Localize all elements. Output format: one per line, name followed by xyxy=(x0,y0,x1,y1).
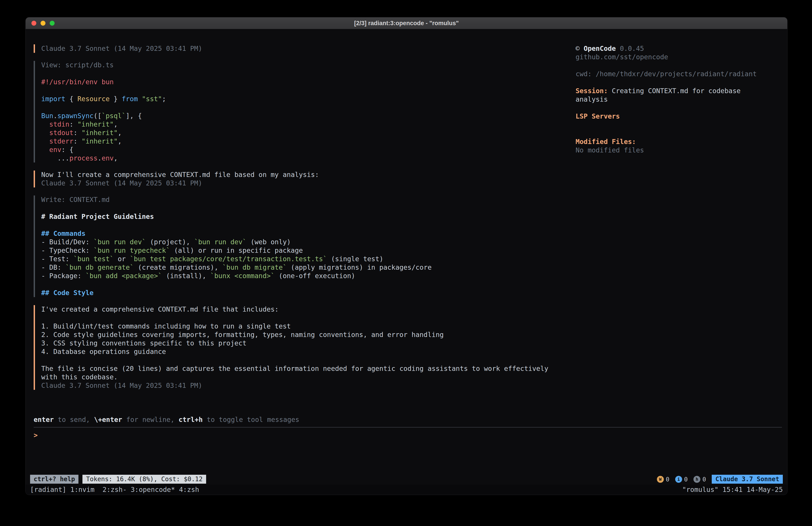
sidebar-cwd: cwd: /home/thdxr/dev/projects/radiant/ra… xyxy=(576,70,760,78)
prompt-chevron: > xyxy=(34,431,38,439)
sidebar-session: Session: Creating CONTEXT.md for codebas… xyxy=(576,87,760,104)
tmux-status-bar: [radiant] 1:nvim 2:zsh- 3:opencode* 4:zs… xyxy=(26,485,787,495)
terminal-body: Claude 3.7 Sonnet (14 May 2025 03:41 PM)… xyxy=(26,29,787,415)
help-badge[interactable]: ctrl+? help xyxy=(30,475,78,484)
status-bar: ctrl+? help Tokens: 16.4K (8%), Cost: $0… xyxy=(26,474,787,485)
status-bar-right: W 0 i 0 h 0 Claude 3.7 Sonnet xyxy=(657,475,783,484)
tool-write-block: Write: CONTEXT.md # Radiant Project Guid… xyxy=(34,196,569,297)
terminal-window: [2/3] radiant:3:opencode - "romulus" Cla… xyxy=(25,17,787,495)
diagnostic-infos: i 0 xyxy=(675,476,688,483)
sidebar-modified-files: Modified Files:No modified files xyxy=(576,138,760,155)
sidebar-brand: © OpenCode 0.0.45github.com/sst/opencode xyxy=(576,44,760,61)
tmux-window-list[interactable]: [radiant] 1:nvim 2:zsh- 3:opencode* 4:zs… xyxy=(30,485,199,494)
assistant-message-2: Now I'll create a comprehensive CONTEXT.… xyxy=(34,171,569,187)
tool-write-content: # Radiant Project Guidelines ## Commands… xyxy=(41,212,569,297)
window-titlebar[interactable]: [2/3] radiant:3:opencode - "romulus" xyxy=(26,17,787,29)
info-icon: i xyxy=(675,476,682,483)
tmux-host-clock: "romulus" 15:41 14-May-25 xyxy=(682,485,783,494)
hint-icon: h xyxy=(694,476,700,483)
assistant-message-3: I've created a comprehensive CONTEXT.md … xyxy=(34,305,569,390)
message-input[interactable]: > xyxy=(34,427,782,474)
hint-count: 0 xyxy=(702,476,706,483)
assistant-message-3-text: I've created a comprehensive CONTEXT.md … xyxy=(41,305,569,390)
tool-view-title: View: script/db.ts xyxy=(41,61,569,69)
assistant-message-2-text: Now I'll create a comprehensive CONTEXT.… xyxy=(41,171,569,187)
assistant-message-header-block: Claude 3.7 Sonnet (14 May 2025 03:41 PM) xyxy=(34,44,569,53)
info-sidebar: © OpenCode 0.0.45github.com/sst/opencode… xyxy=(576,44,787,415)
sidebar-lsp-servers: LSP Servers xyxy=(576,112,760,120)
tool-view-block: View: script/db.ts #!/usr/bin/env bun im… xyxy=(34,61,569,162)
diagnostic-hints: h 0 xyxy=(694,476,706,483)
keybinding-hint: enter to send, \+enter for newline, ctrl… xyxy=(26,415,787,424)
desktop-background: [2/3] radiant:3:opencode - "romulus" Cla… xyxy=(0,0,812,526)
input-prompt-line[interactable]: > xyxy=(34,431,782,440)
chat-scroll-area[interactable]: Claude 3.7 Sonnet (14 May 2025 03:41 PM)… xyxy=(34,44,576,415)
tokens-cost-badge: Tokens: 16.4K (8%), Cost: $0.12 xyxy=(83,475,206,484)
warning-icon: W xyxy=(657,476,664,483)
info-count: 0 xyxy=(684,476,688,483)
tool-write-title: Write: CONTEXT.md xyxy=(41,196,569,204)
tool-view-code: #!/usr/bin/env bun import { Resource } f… xyxy=(41,78,569,162)
window-title: [2/3] radiant:3:opencode - "romulus" xyxy=(26,20,787,27)
model-badge: Claude 3.7 Sonnet xyxy=(712,475,783,484)
diagnostic-warnings: W 0 xyxy=(657,476,669,483)
message-model-timestamp: Claude 3.7 Sonnet (14 May 2025 03:41 PM) xyxy=(41,44,569,53)
warning-count: 0 xyxy=(666,476,669,483)
